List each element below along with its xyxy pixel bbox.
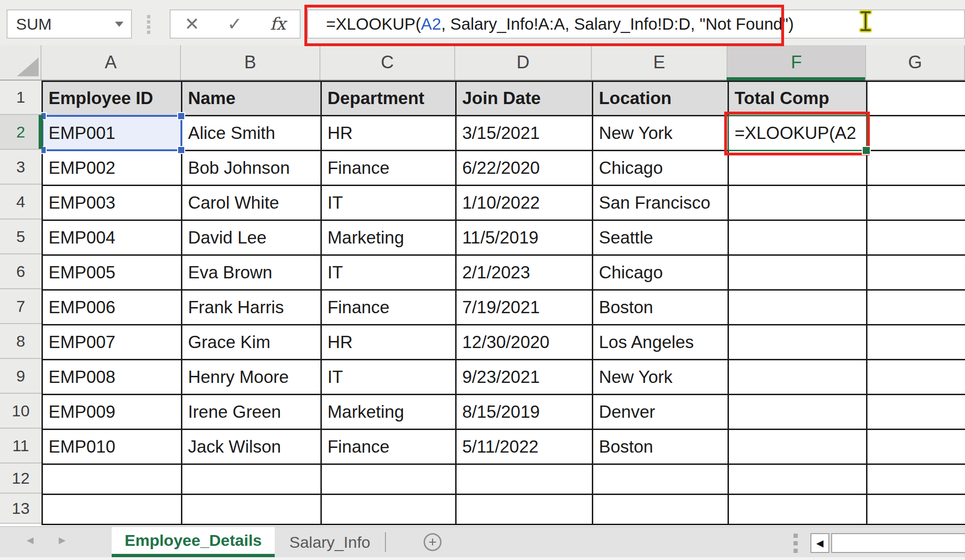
row-header-9[interactable]: 9 [0,359,41,394]
cell-F6[interactable] [729,256,867,291]
cell-D1[interactable]: Join Date [457,82,593,116]
row-header-13[interactable]: 13 [0,494,41,524]
column-header-C[interactable]: C [320,45,455,80]
cell-A13[interactable] [43,495,182,525]
row-header-1[interactable]: 1 [0,81,41,115]
cell-E1[interactable]: Location [593,82,729,116]
cell-B6[interactable]: Eva Brown [182,256,322,291]
cell-F1[interactable]: Total Comp [729,82,867,116]
cell-E3[interactable]: Chicago [593,151,729,186]
cell-C8[interactable]: HR [322,325,457,360]
cell-A3[interactable]: EMP002 [43,151,182,186]
cell-B1[interactable]: Name [182,82,322,116]
cell-A11[interactable]: EMP010 [43,430,182,465]
cell-E2[interactable]: New York [593,116,729,151]
cell-A6[interactable]: EMP005 [43,256,182,291]
column-header-B[interactable]: B [181,45,320,80]
cell-G10[interactable] [867,395,965,430]
cell-A4[interactable]: EMP003 [43,186,182,221]
cell-B9[interactable]: Henry Moore [182,360,322,395]
row-header-8[interactable]: 8 [0,324,41,359]
cell-D4[interactable]: 1/10/2022 [457,186,593,221]
add-sheet-button[interactable]: + [424,533,442,551]
scrollbar-resize-handle-icon[interactable] [793,534,798,553]
cell-D8[interactable]: 12/30/2020 [457,325,593,360]
row-header-11[interactable]: 11 [0,429,41,463]
cell-E10[interactable]: Denver [593,395,729,430]
cell-A12[interactable] [43,465,182,495]
tab-employee-details[interactable]: Employee_Details [112,527,275,557]
cell-F3[interactable] [729,151,867,186]
cell-C6[interactable]: IT [322,256,457,291]
cell-E9[interactable]: New York [593,360,729,395]
enter-button[interactable]: ✓ [227,15,242,33]
cell-F9[interactable] [729,360,867,395]
tab-salary-info[interactable]: Salary_Info [275,527,385,557]
cell-C13[interactable] [322,495,457,525]
cell-G3[interactable] [867,151,965,186]
cell-A8[interactable]: EMP007 [43,325,182,360]
cell-C11[interactable]: Finance [322,430,457,465]
cell-D10[interactable]: 8/15/2019 [457,395,593,430]
row-header-5[interactable]: 5 [0,219,41,254]
row-header-2[interactable]: 2 [0,115,41,150]
cell-B10[interactable]: Irene Green [182,395,322,430]
cell-G2[interactable] [867,116,965,151]
column-header-A[interactable]: A [41,45,181,80]
cell-A2[interactable]: EMP001 [43,116,182,151]
cell-B12[interactable] [182,465,322,495]
cell-D3[interactable]: 6/22/2020 [457,151,593,186]
cell-E12[interactable] [593,465,729,495]
hscroll-thumb[interactable] [831,533,965,553]
cell-F4[interactable] [729,186,867,221]
fill-handle[interactable] [862,146,871,155]
cell-F8[interactable] [729,325,867,360]
cell-B7[interactable]: Frank Harris [182,291,322,325]
cell-G1[interactable] [867,82,965,116]
cell-B13[interactable] [182,495,322,525]
insert-function-button[interactable]: fx [270,16,286,32]
cell-C12[interactable] [322,465,457,495]
column-header-G[interactable]: G [866,45,965,80]
cell-B2[interactable]: Alice Smith [182,116,322,151]
name-box[interactable]: SUM [7,9,132,39]
cancel-button[interactable]: ✕ [184,15,199,33]
cell-E6[interactable]: Chicago [593,256,729,291]
cell-F2[interactable]: =XLOOKUP(A2 [729,116,867,151]
cell-D13[interactable] [457,495,593,525]
column-header-F[interactable]: F [728,45,866,80]
cell-A1[interactable]: Employee ID [43,82,182,116]
cell-E13[interactable] [593,495,729,525]
cell-G8[interactable] [867,325,965,360]
column-header-D[interactable]: D [455,45,592,80]
cell-E5[interactable]: Seattle [593,221,729,256]
cell-B11[interactable]: Jack Wilson [182,430,322,465]
cell-G6[interactable] [867,256,965,291]
cell-D9[interactable]: 9/23/2021 [457,360,593,395]
row-header-10[interactable]: 10 [0,394,41,429]
cell-B5[interactable]: David Lee [182,221,322,256]
row-header-6[interactable]: 6 [0,254,41,289]
cell-A9[interactable]: EMP008 [43,360,182,395]
cell-E7[interactable]: Boston [593,291,729,325]
cell-E4[interactable]: San Francisco [593,186,729,221]
cell-F13[interactable] [729,495,867,525]
cell-C4[interactable]: IT [322,186,457,221]
cell-B4[interactable]: Carol White [182,186,322,221]
cell-F7[interactable] [729,291,867,325]
name-box-dropdown-icon[interactable] [115,22,123,27]
cell-F12[interactable] [729,465,867,495]
cell-D5[interactable]: 11/5/2019 [457,221,593,256]
cell-G4[interactable] [867,186,965,221]
cell-F11[interactable] [729,430,867,465]
cell-G12[interactable] [867,465,965,495]
cell-D6[interactable]: 2/1/2023 [457,256,593,291]
cell-G5[interactable] [867,221,965,256]
cell-G7[interactable] [867,291,965,325]
cell-C9[interactable]: IT [322,360,457,395]
row-header-12[interactable]: 12 [0,463,41,494]
column-header-E[interactable]: E [592,45,728,80]
row-header-7[interactable]: 7 [0,289,41,324]
select-all-button[interactable] [0,45,41,80]
cell-E8[interactable]: Los Angeles [593,325,729,360]
